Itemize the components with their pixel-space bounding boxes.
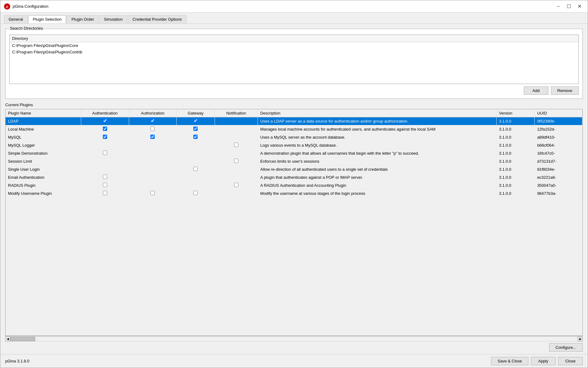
main-window: p pGina Configuration − ☐ ✕ General Plug… — [0, 0, 588, 368]
tab-credential-provider[interactable]: Credential Provider Options — [128, 15, 187, 23]
plugin-uuid-cell: ec3221a6- — [535, 174, 582, 182]
plugin-description-cell: A demonstration plugin that allows all u… — [258, 149, 496, 157]
plugin-description-cell: Uses a LDAP server as a data source for … — [258, 117, 496, 125]
plugin-name-cell: LDAP — [6, 117, 81, 125]
maximize-button[interactable]: ☐ — [564, 3, 573, 10]
plugin-uuid-cell: 81f8034e- — [535, 165, 582, 174]
directory-row[interactable]: C:\Program Files\pGina\Plugins\Core — [10, 42, 578, 49]
window-title: pGina Configuration — [13, 4, 554, 9]
apply-button[interactable]: Apply — [531, 357, 556, 365]
window-controls: − ☐ ✕ — [554, 3, 584, 10]
current-plugins-label: Current Plugins — [5, 102, 583, 107]
plugin-description-cell: Allow re-direction of all authenticated … — [258, 165, 496, 174]
plugin-version-cell: 3.1.0.0 — [496, 133, 535, 141]
plugin-row[interactable]: Simple DemonstrationA demonstration plug… — [6, 149, 582, 157]
directory-table: Directory C:\Program Files\pGina\Plugins… — [10, 35, 578, 55]
plugin-description-cell: Manages local machine accounts for authe… — [258, 125, 496, 133]
col-uuid: UUID — [535, 109, 582, 117]
plugin-version-cell: 3.1.0.0 — [496, 149, 535, 157]
plugin-table-wrapper[interactable]: Plugin Name Authentication Authorization… — [5, 109, 583, 336]
titlebar: p pGina Configuration − ☐ ✕ — [0, 0, 588, 13]
search-directories-label: Search Directories — [9, 26, 44, 31]
plugin-description-cell: Logs various events to a MySQL database. — [258, 141, 496, 149]
scroll-left-btn[interactable]: ◀ — [5, 336, 10, 342]
plugin-version-cell: 3.1.0.0 — [496, 141, 535, 149]
plugin-row[interactable]: MySQLUses a MySQL server as the account … — [6, 133, 582, 141]
plugin-uuid-cell: a89df410- — [535, 133, 582, 141]
plugin-name-cell: Simple Demonstration — [6, 149, 81, 157]
pgina-icon: p — [4, 3, 10, 10]
plugin-row[interactable]: RADIUS PluginA RADIUS Authentication and… — [6, 182, 582, 190]
scroll-handle[interactable] — [10, 337, 35, 341]
plugin-description-cell: Uses a MySQL server as the account datab… — [258, 133, 496, 141]
plugin-uuid-cell: 350047a0- — [535, 182, 582, 190]
main-content: Search Directories Directory C:\Program … — [0, 24, 588, 354]
plugin-uuid-cell: 98477b3a- — [535, 190, 582, 198]
directory-path-1: C:\Program Files\pGina\Plugins\Core — [10, 42, 578, 49]
close-button[interactable]: Close — [558, 357, 583, 365]
plugin-name-cell: Session Limit — [6, 157, 81, 165]
plugin-version-cell: 3.1.0.0 — [496, 182, 535, 190]
plugin-version-cell: 3.1.0.0 — [496, 157, 535, 165]
plugin-description-cell: A RADIUS Authentication and Accounting P… — [258, 182, 496, 190]
directory-row[interactable]: C:\Program Files\pGina\Plugins\Contrib — [10, 49, 578, 55]
plugin-row[interactable]: LDAPUses a LDAP server as a data source … — [6, 117, 582, 125]
directory-path-2: C:\Program Files\pGina\Plugins\Contrib — [10, 49, 578, 55]
close-window-button[interactable]: ✕ — [575, 3, 584, 10]
plugin-uuid-cell: 0f52390b- — [535, 117, 582, 125]
search-directories-group: Search Directories Directory C:\Program … — [5, 29, 583, 99]
plugin-name-cell: Local Machine — [6, 125, 81, 133]
col-plugin-name: Plugin Name — [6, 109, 81, 117]
plugin-name-cell: MySQL — [6, 133, 81, 141]
plugin-description-cell: A plugin that authenticates against a PO… — [258, 174, 496, 182]
bottom-bar: pGina 3.1.8.0 Save & Close Apply Close — [0, 354, 588, 368]
plugin-uuid-cell: b68cf064- — [535, 141, 582, 149]
plugin-name-cell: RADIUS Plugin — [6, 182, 81, 190]
horizontal-scrollbar[interactable]: ◀ ▶ — [5, 336, 583, 341]
plugin-row[interactable]: Single User LoginAllow re-direction of a… — [6, 165, 582, 174]
plugin-description-cell: Enforces limits to user's sessions — [258, 157, 496, 165]
version-label: pGina 3.1.8.0 — [5, 359, 29, 363]
directory-list[interactable]: Directory C:\Program Files\pGina\Plugins… — [9, 35, 579, 84]
bottom-buttons: Save & Close Apply Close — [491, 357, 583, 365]
plugin-uuid-cell: d73131d7- — [535, 157, 582, 165]
col-version: Version — [496, 109, 535, 117]
col-authentication: Authentication — [81, 109, 129, 117]
plugin-row[interactable]: Local MachineManages local machine accou… — [6, 125, 582, 133]
scroll-track[interactable] — [10, 336, 578, 341]
plugin-name-cell: Modify Username Plugin — [6, 190, 81, 198]
directory-buttons: Add Remove — [9, 86, 579, 95]
minimize-button[interactable]: − — [554, 3, 563, 10]
col-description: Description — [258, 109, 496, 117]
scroll-right-btn[interactable]: ▶ — [578, 336, 583, 342]
col-gateway: Gateway — [177, 109, 215, 117]
current-plugins-section: Current Plugins Plugin Name Authenticati… — [5, 102, 583, 352]
tab-general[interactable]: General — [4, 15, 27, 23]
plugin-version-cell: 3.1.0.0 — [496, 174, 535, 182]
plugin-name-cell: Single User Login — [6, 165, 81, 174]
plugin-uuid-cell: 12fa152d- — [535, 125, 582, 133]
plugin-row[interactable]: Session LimitEnforces limits to user's s… — [6, 157, 582, 165]
tab-bar: General Plugin Selection Plugin Order Si… — [0, 13, 588, 24]
plugin-row[interactable]: MySQL LoggerLogs various events to a MyS… — [6, 141, 582, 149]
remove-directory-button[interactable]: Remove — [551, 86, 579, 95]
plugin-version-cell: 3.1.0.0 — [496, 165, 535, 174]
col-authorization: Authorization — [129, 109, 177, 117]
tab-plugin-selection[interactable]: Plugin Selection — [28, 15, 66, 23]
plugin-row[interactable]: Email AuthenticationA plugin that authen… — [6, 174, 582, 182]
configure-button[interactable]: Configure... — [549, 343, 583, 352]
plugin-name-cell: MySQL Logger — [6, 141, 81, 149]
plugin-name-cell: Email Authentication — [6, 174, 81, 182]
plugin-version-cell: 3.1.0.0 — [496, 190, 535, 198]
col-notification: Notification — [215, 109, 258, 117]
plugin-description-cell: Modify the username at various stages of… — [258, 190, 496, 198]
plugin-table: Plugin Name Authentication Authorization… — [6, 109, 582, 198]
tab-simulation[interactable]: Simulation — [99, 15, 127, 23]
add-directory-button[interactable]: Add — [524, 86, 548, 95]
plugin-row[interactable]: Modify Username PluginModify the usernam… — [6, 190, 582, 198]
save-close-button[interactable]: Save & Close — [491, 357, 528, 365]
svg-text:p: p — [6, 5, 8, 8]
plugin-version-cell: 3.1.0.0 — [496, 125, 535, 133]
tab-plugin-order[interactable]: Plugin Order — [67, 15, 99, 23]
plugin-uuid-cell: 16fc47c0- — [535, 149, 582, 157]
